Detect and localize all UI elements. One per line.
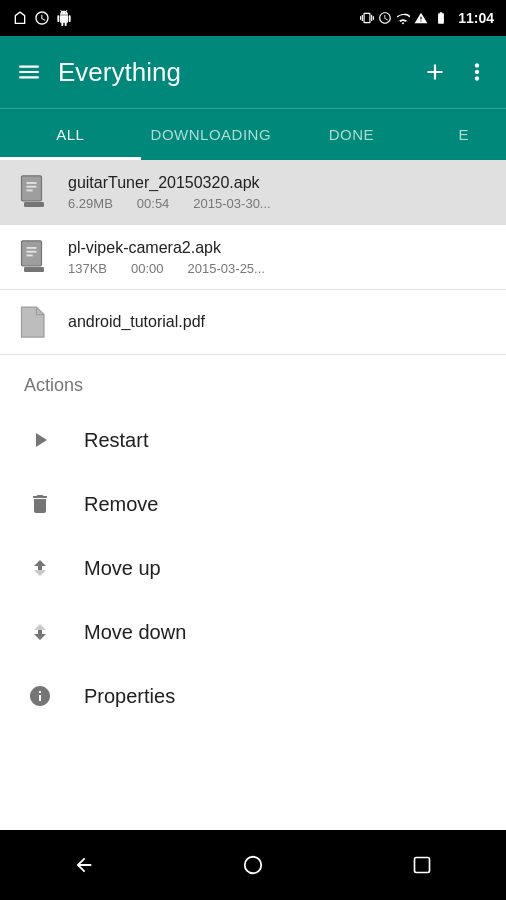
move-up-icon: [24, 552, 56, 584]
svg-rect-0: [22, 176, 42, 201]
action-remove[interactable]: Remove: [0, 472, 506, 536]
svg-rect-3: [27, 186, 37, 188]
file-date-2: 2015-03-25...: [188, 261, 265, 276]
file-duration-2: 00:00: [131, 261, 164, 276]
app-bar: Everything: [0, 36, 506, 108]
app-title: Everything: [58, 57, 406, 88]
back-button[interactable]: [59, 840, 109, 890]
android-icon: [56, 10, 72, 26]
vibrate-icon: [360, 11, 374, 25]
file-list: guitarTuner_20150320.apk 6.29MB 00:54 20…: [0, 160, 506, 355]
file-info-3: android_tutorial.pdf: [68, 313, 490, 331]
alarm-icon: [34, 10, 50, 26]
tab-downloading[interactable]: DOWNLOADING: [141, 109, 282, 160]
svg-rect-6: [24, 267, 44, 272]
file-item-2[interactable]: pl-vipek-camera2.apk 137KB 00:00 2015-03…: [0, 225, 506, 290]
move-up-label: Move up: [84, 557, 161, 580]
file-icon-2: [16, 237, 52, 277]
trash-icon: [24, 488, 56, 520]
tab-all[interactable]: ALL: [0, 109, 141, 160]
restart-label: Restart: [84, 429, 148, 452]
file-name-3: android_tutorial.pdf: [68, 313, 490, 331]
status-bar: 11:04: [0, 0, 506, 36]
action-move-down[interactable]: Move down: [0, 600, 506, 664]
status-bar-left: [12, 10, 72, 26]
svg-rect-11: [414, 858, 429, 873]
file-item-3[interactable]: android_tutorial.pdf: [0, 290, 506, 355]
context-menu: Actions Restart Remove Move up: [0, 355, 506, 830]
file-name-1: guitarTuner_20150320.apk: [68, 174, 490, 192]
notification-icon: [12, 10, 28, 26]
home-button[interactable]: [228, 840, 278, 890]
time-display: 11:04: [458, 10, 494, 26]
actions-header: Actions: [0, 355, 506, 408]
file-size-1: 6.29MB: [68, 196, 113, 211]
file-info-1: guitarTuner_20150320.apk 6.29MB 00:54 20…: [68, 174, 490, 211]
wifi-icon: [396, 11, 410, 25]
file-size-2: 137KB: [68, 261, 107, 276]
svg-rect-5: [22, 241, 42, 266]
svg-rect-9: [27, 255, 33, 257]
tab-error[interactable]: E: [422, 109, 506, 160]
file-meta-1: 6.29MB 00:54 2015-03-30...: [68, 196, 490, 211]
alarm-status-icon: [378, 11, 392, 25]
file-date-1: 2015-03-30...: [193, 196, 270, 211]
play-icon: [24, 424, 56, 456]
remove-label: Remove: [84, 493, 158, 516]
file-info-2: pl-vipek-camera2.apk 137KB 00:00 2015-03…: [68, 239, 490, 276]
svg-rect-4: [27, 190, 33, 192]
battery-icon: [432, 11, 450, 25]
file-icon-3: [16, 302, 52, 342]
file-meta-2: 137KB 00:00 2015-03-25...: [68, 261, 490, 276]
move-down-label: Move down: [84, 621, 186, 644]
signal-icon: [414, 11, 428, 25]
tabs-bar: ALL DOWNLOADING DONE E: [0, 108, 506, 160]
more-menu-button[interactable]: [464, 59, 490, 85]
svg-rect-8: [27, 251, 37, 253]
info-icon: [24, 680, 56, 712]
action-restart[interactable]: Restart: [0, 408, 506, 472]
bottom-nav: [0, 830, 506, 900]
move-down-icon: [24, 616, 56, 648]
menu-button[interactable]: [16, 59, 42, 85]
status-bar-right: 11:04: [360, 10, 494, 26]
svg-point-10: [245, 857, 262, 874]
tab-done[interactable]: DONE: [281, 109, 422, 160]
file-name-2: pl-vipek-camera2.apk: [68, 239, 490, 257]
svg-rect-1: [24, 202, 44, 207]
svg-rect-7: [27, 247, 37, 249]
file-item-1[interactable]: guitarTuner_20150320.apk 6.29MB 00:54 20…: [0, 160, 506, 225]
add-button[interactable]: [422, 59, 448, 85]
file-icon-1: [16, 172, 52, 212]
action-properties[interactable]: Properties: [0, 664, 506, 728]
file-duration-1: 00:54: [137, 196, 170, 211]
properties-label: Properties: [84, 685, 175, 708]
svg-rect-2: [27, 182, 37, 184]
action-move-up[interactable]: Move up: [0, 536, 506, 600]
recent-button[interactable]: [397, 840, 447, 890]
